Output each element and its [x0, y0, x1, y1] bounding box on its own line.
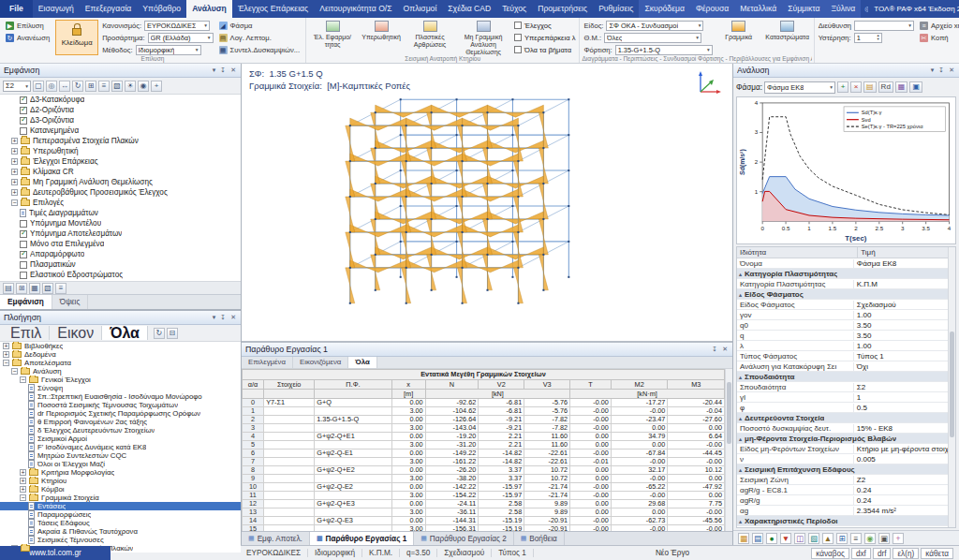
ribbon-tab[interactable]: Ανάλυση — [186, 0, 232, 18]
print-icon[interactable]: ▣ — [878, 533, 890, 544]
checkbox-icon[interactable] — [20, 230, 27, 238]
table-row[interactable]: 12G+ψ2-Q+E30.00-24.112.589.890.0029.687.… — [243, 500, 725, 508]
column-header[interactable]: x — [391, 380, 425, 390]
ribbon-tab[interactable]: Επεξεργασία — [80, 0, 138, 18]
property-row[interactable]: αg2.3544 m/s² — [737, 506, 948, 516]
table-row[interactable]: 10G+ψ2-Q-E20.00-142.22-15.97-21.74-0.00-… — [243, 483, 725, 492]
collapse-icon[interactable]: ▴ — [739, 466, 742, 473]
property-row[interactable]: Είδος ΦάσματοςΣχεδιασμού — [737, 300, 948, 310]
check-checkbox[interactable]: Έλεγχος — [514, 20, 575, 31]
nav-tree-item[interactable]: −Ανάλυση — [0, 367, 241, 376]
pushover-button[interactable]: Υπερωθητική — [359, 20, 404, 53]
nav-tree-item[interactable]: −Γραμμικά Στοιχεία — [0, 494, 241, 502]
work-window-tab[interactable]: Όλα — [348, 357, 376, 368]
regulation-select[interactable]: ΕΥΡΟΚΩΔΙΚΕΣ ▾ — [144, 21, 210, 31]
expander-icon[interactable]: + — [20, 469, 26, 476]
nav-tree-item[interactable]: −Αποτελέσματα — [0, 359, 241, 367]
collapse-icon[interactable]: ▴ — [739, 374, 742, 380]
ribbon-tab[interactable]: Τεύχος — [496, 0, 532, 18]
statusbar-toggle[interactable]: κάθετα — [921, 548, 953, 559]
table-row[interactable]: 93.00-38.203.3710.720.00-0.000.00 — [243, 475, 725, 483]
table-row[interactable]: 33.00-143.04-9.21-7.82-0.000.000.00 — [243, 424, 725, 433]
layers-icon[interactable]: ≡ — [98, 81, 110, 92]
spectrum-select[interactable]: Φάσμα ΕΚ8 ▾ — [764, 81, 835, 94]
statusbar-toggle[interactable]: ελ(η) — [893, 548, 919, 559]
table-row[interactable]: 6G+ψ2-Q-E10.00-149.22-14.82-22.61-0.00-6… — [243, 449, 725, 458]
website-link[interactable]: www.tol.com.gr — [0, 546, 111, 560]
scrollbar-thumb[interactable] — [950, 332, 954, 438]
property-section[interactable]: ▴Δευτερεύοντα Στοιχεία — [737, 413, 948, 423]
ribbon-tab[interactable]: Οπλισμοί — [398, 0, 443, 18]
nav-tree-item[interactable]: Μητρώο Συντελεστών CQC — [0, 451, 241, 460]
table-row[interactable]: 4G+ψ2-Q+E10.00-19.202.2111.600.0034.796.… — [243, 433, 725, 441]
property-row[interactable]: Σεισμική ΖώνηΖ2 — [737, 475, 948, 485]
method-select[interactable]: Ιδιομορφική ▾ — [136, 45, 201, 55]
expander-icon[interactable]: − — [20, 376, 26, 383]
ribbon-tab[interactable]: Εισαγωγή — [33, 0, 80, 18]
checkbox-icon[interactable] — [20, 96, 27, 104]
display-tree-item[interactable]: Πλασματικών — [0, 259, 241, 270]
list-icon[interactable]: ≡ — [55, 283, 66, 294]
ribbon-tab[interactable]: Σύμμικτα — [782, 0, 825, 18]
close-icon[interactable]: ✕ — [948, 66, 955, 74]
column-header[interactable]: N — [425, 380, 479, 390]
display-tree-item[interactable]: Ελαστικού Εδροστρώματος — [0, 270, 241, 280]
nav-tree-item[interactable]: +Κριτήρια Μορφολογίας — [0, 468, 241, 477]
property-row[interactable]: Εδαφικός ΤύποςB — [737, 526, 948, 528]
property-section[interactable]: ▴Χαρακτηριστικές Περίοδοι — [737, 516, 948, 526]
ribbon-tab[interactable]: Λειτουργικότητα Ο/Σ — [314, 0, 397, 18]
structure-3d-model[interactable] — [242, 64, 732, 341]
column-header[interactable]: M3 — [668, 380, 725, 390]
save-spectrum-icon[interactable]: ▣ — [909, 81, 922, 93]
grid-icon[interactable]: ⊞ — [16, 283, 27, 294]
checkbox-icon[interactable] — [20, 261, 27, 269]
display-tree-item[interactable]: Δ3-Οριζόντια — [0, 115, 241, 125]
column-header[interactable]: Π.Φ. — [315, 380, 391, 390]
close-icon[interactable]: ✕ — [229, 66, 237, 74]
ribbon-tab[interactable]: Έλεγχος Επάρκειας — [232, 0, 314, 18]
property-section[interactable]: ▴Κατηγορία Πλαστιμότητας — [737, 269, 948, 279]
add-spectrum-icon[interactable]: + — [837, 81, 848, 93]
delete-spectrum-icon[interactable]: × — [850, 81, 862, 93]
chevron-down-icon[interactable]: ▾ — [930, 66, 936, 74]
table-row[interactable]: 8G+ψ2-Q+E20.00-26.203.3710.720.0032.1710… — [243, 466, 725, 475]
column-header[interactable]: V2 — [479, 380, 524, 390]
nav-tree-item[interactable]: +Βιβλιοθήκες — [0, 342, 241, 350]
checkbox-icon[interactable] — [20, 251, 27, 258]
nav-tree-item[interactable]: Ποσοστά Σεισμικής Τέμνουσας Τοιχωμάτων — [0, 401, 241, 409]
document-tab[interactable]: ▦Βοήθεια — [514, 532, 565, 545]
nav-tree-item[interactable]: δ Έλεγχος Δευτερευόντων Στοιχείων — [0, 426, 241, 435]
camera-icon[interactable]: ◉ — [138, 81, 149, 92]
property-section[interactable]: ▴Σπουδαιότητα — [737, 372, 948, 382]
display-tree-item[interactable]: Μόνο στα Επιλεγμένα — [0, 239, 241, 249]
checkbox-icon[interactable] — [20, 127, 27, 135]
walls-icon[interactable]: ▧ — [808, 533, 819, 544]
pan-icon[interactable]: ↔ — [59, 81, 70, 92]
table-row[interactable]: 133.00-36.112.589.890.000.00-0.00 — [243, 508, 725, 517]
camera-icon[interactable]: ◉ — [864, 533, 876, 544]
document-tab[interactable]: ▦Παράθυρο Εργασίας 1 — [310, 532, 414, 545]
display-tree-item[interactable]: −Επιλογές — [0, 198, 241, 208]
stepper-arrows-icon[interactable]: ▴▾ — [877, 34, 878, 42]
loads-icon[interactable]: ▼ — [780, 533, 791, 544]
table-row[interactable]: 113.00-154.22-15.97-21.74-0.00-0.000.00 — [243, 492, 725, 500]
solve-button[interactable]: ▶ Επίλυση — [4, 20, 52, 31]
work-window-tab[interactable]: Εικονιζόμενα — [293, 357, 348, 368]
rd-button[interactable]: Rd — [878, 81, 893, 93]
column-header[interactable]: M2 — [611, 380, 668, 390]
decks-button[interactable]: Καταστρώματα — [765, 20, 810, 53]
refresh-icon[interactable]: ↻ — [154, 328, 165, 339]
property-row[interactable]: φ0.5 — [737, 403, 948, 413]
display-panel-tab[interactable]: Εμφάνιση — [0, 295, 52, 309]
checkbox-icon[interactable] — [20, 241, 27, 248]
collapse-icon[interactable]: ▴ — [739, 271, 742, 277]
property-row[interactable]: ΌνομαΦάσμα ΕΚ8 — [737, 258, 948, 269]
chevron-down-icon[interactable]: ▾ — [212, 66, 217, 74]
light-icon[interactable]: ☀ — [125, 81, 136, 92]
display-tree-item[interactable]: Απαραμόρφωτο — [0, 249, 241, 259]
property-row[interactable]: Ανάλυση για Κατακόρυφη ΣειΌχι — [737, 361, 948, 372]
property-row[interactable]: Ποσοστό δυσκαμψίας δευτ.15% - ΕΚ8 — [737, 423, 948, 434]
table-row[interactable]: 13.00-104.62-6.81-5.76-0.00-0.00-0.04 — [243, 407, 725, 416]
nav-tree-item[interactable]: Σεισμικοί Αρμοί — [0, 435, 241, 443]
expander-icon[interactable]: − — [11, 368, 18, 375]
